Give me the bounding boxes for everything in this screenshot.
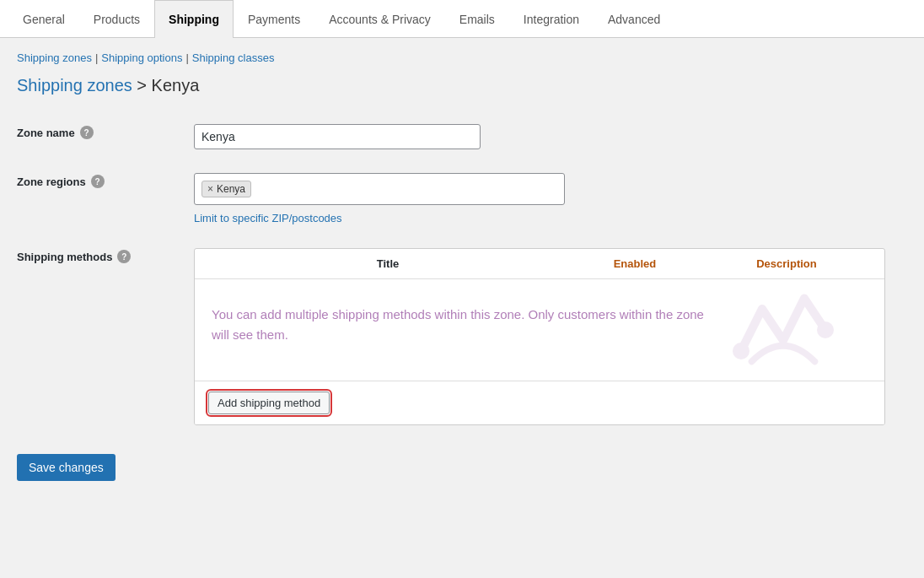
tab-products[interactable]: Products [79,0,154,38]
shipping-methods-row: Shipping methods ? Title Enabled Descrip… [17,236,907,437]
tab-general[interactable]: General [8,0,79,38]
shipping-methods-header: Title Enabled Description [195,249,884,279]
svg-point-1 [817,321,834,338]
add-shipping-method-button[interactable]: Add shipping method [208,392,330,414]
tab-emails[interactable]: Emails [445,0,509,38]
sub-nav: Shipping zones | Shipping options | Ship… [17,51,907,64]
zone-name-input-wrapper [185,124,907,149]
region-tag-kenya: × Kenya [201,181,251,197]
region-tag-label-kenya: Kenya [217,183,245,195]
subnav-shipping-classes[interactable]: Shipping classes [192,51,275,64]
content-area: Shipping zones | Shipping options | Ship… [0,38,924,494]
region-tag-remove-kenya[interactable]: × [207,184,213,194]
breadcrumb-separator: > [137,76,151,95]
shipping-empty-state: You can add multiple shipping methods wi… [195,279,884,381]
tab-integration[interactable]: Integration [509,0,594,38]
shipping-methods-container-wrapper: Title Enabled Description You can add mu… [185,248,907,425]
shipping-methods-help-icon[interactable]: ? [117,250,131,263]
zone-name-help-icon[interactable]: ? [80,126,94,139]
shipping-methods-container: Title Enabled Description You can add mu… [194,248,885,425]
zone-regions-help-icon[interactable]: ? [91,175,105,188]
tab-accounts-privacy[interactable]: Accounts & Privacy [314,0,445,38]
subnav-separator-1: | [95,51,98,64]
zone-regions-label: Zone regions ? [17,173,185,188]
col-enabled-header: Enabled [567,257,702,270]
breadcrumb-link[interactable]: Shipping zones [17,76,132,95]
limit-zip-link[interactable]: Limit to specific ZIP/postcodes [194,212,907,224]
zone-regions-input-wrapper: × Kenya Limit to specific ZIP/postcodes [185,173,907,224]
shipping-methods-label: Shipping methods ? [17,248,185,263]
subnav-separator-2: | [185,51,188,64]
tab-payments[interactable]: Payments [234,0,314,38]
zone-regions-row: Zone regions ? × Kenya Limit to specific… [17,161,907,236]
page-wrapper: General Products Shipping Payments Accou… [0,0,924,578]
tab-shipping[interactable]: Shipping [154,0,234,38]
subnav-shipping-zones[interactable]: Shipping zones [17,51,92,64]
breadcrumb: Shipping zones > Kenya [17,76,907,95]
breadcrumb-current: Kenya [152,76,200,95]
tabs-bar: General Products Shipping Payments Accou… [0,0,924,38]
zone-name-input[interactable] [194,124,481,149]
col-description-header: Description [702,257,871,270]
save-changes-button[interactable]: Save changes [17,454,116,481]
zone-regions-box[interactable]: × Kenya [194,173,565,205]
subnav-shipping-options[interactable]: Shipping options [101,51,182,64]
zone-name-label: Zone name ? [17,124,185,139]
shipping-methods-footer: Add shipping method [195,381,884,424]
zone-name-row: Zone name ? [17,112,907,161]
col-title-header: Title [208,257,567,270]
tab-advanced[interactable]: Advanced [594,0,674,38]
shipping-watermark-icon [699,288,868,372]
svg-point-0 [733,343,749,359]
shipping-empty-text: You can add multiple shipping methods wi… [212,305,717,345]
